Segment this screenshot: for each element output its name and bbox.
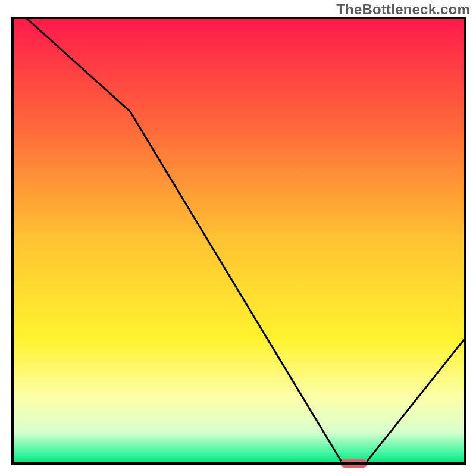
bottleneck-chart: [0, 0, 476, 476]
plot-background: [12, 18, 465, 464]
chart-container: TheBottleneck.com: [0, 0, 476, 476]
